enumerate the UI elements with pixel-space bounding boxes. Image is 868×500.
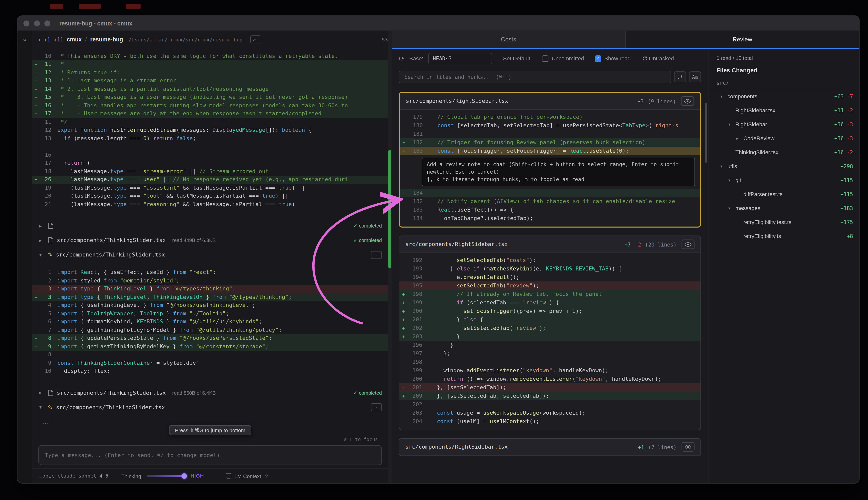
mark-read-eye-button[interactable]: [681, 96, 694, 106]
match-case-toggle-button[interactable]: Aa: [689, 71, 701, 82]
code-line[interactable]: +209 }, [setSelectedTab, selectedTab]);: [399, 392, 701, 400]
diff-card-header[interactable]: src/components/RightSidebar.tsx+7-2(20 l…: [399, 236, 701, 253]
refresh-icon[interactable]: ⟳: [399, 55, 404, 62]
mark-read-eye-button[interactable]: [682, 239, 694, 249]
code-line[interactable]: 182 // Notify parent (AIView) of tab cha…: [400, 197, 700, 206]
tab-review[interactable]: Review: [625, 31, 859, 48]
code-line[interactable]: 203 const usage = useWorkspaceUsage(work…: [399, 409, 701, 417]
file-tree-row[interactable]: retryEligibility.test.ts+175: [708, 215, 859, 229]
tab-costs[interactable]: Costs: [392, 31, 625, 48]
help-icon[interactable]: ?: [265, 473, 268, 479]
code-line[interactable]: 179 // Global tab preference (not per-wo…: [400, 113, 700, 121]
file-tree-row[interactable]: ▾git+115: [708, 173, 859, 187]
message-input[interactable]: [38, 445, 382, 465]
code-line[interactable]: 194 e.preventDefault();: [399, 273, 701, 282]
panel-scrollbar[interactable]: [388, 31, 392, 483]
untracked-filter[interactable]: ∅ Untracked: [643, 55, 674, 61]
diff-card-header[interactable]: src/components/RightSidebar.tsx+1(7 line…: [399, 439, 701, 456]
chat-scroll-area[interactable]: 10 * This ensures DRY - both use the sam…: [32, 48, 388, 424]
mark-read-eye-button[interactable]: [682, 442, 694, 452]
scrollbar-thumb[interactable]: [388, 150, 391, 269]
code-text: const [selectedTab, setSelectedTab] = us…: [431, 122, 678, 129]
code-line[interactable]: +184: [400, 189, 700, 197]
code-line[interactable]: +183 const [focusTrigger, setFocusTrigge…: [400, 147, 700, 155]
code-line[interactable]: 181: [400, 130, 700, 138]
tool-call-row[interactable]: ▸src/components/ThinkingSlider.tsxread 4…: [32, 234, 388, 247]
show-read-toggle[interactable]: Show read: [595, 55, 631, 61]
file-tree-row[interactable]: ▾messages+183: [708, 201, 859, 215]
regex-toggle-button[interactable]: .*: [674, 71, 686, 82]
close-button[interactable]: [23, 20, 30, 26]
search-input[interactable]: [399, 71, 671, 83]
uncommitted-checkbox[interactable]: [542, 55, 549, 61]
workspace-name[interactable]: resume-bug: [90, 36, 123, 43]
tool-call-row[interactable]: ▾✎src/components/ThinkingSlider.tsx⋯: [32, 401, 388, 414]
file-tree-row[interactable]: ▾utils+298: [708, 159, 859, 173]
chevron-down-icon[interactable]: ▾: [720, 164, 727, 168]
code-line[interactable]: 193 } else if (matchesKeybind(e, KEYBIND…: [399, 264, 701, 273]
file-tree-row[interactable]: ▾RightSidebar+36-3: [708, 117, 859, 131]
code-line[interactable]: 199 window.addEventListener("keydown", h…: [399, 366, 701, 375]
set-default-button[interactable]: Set Default: [503, 55, 530, 61]
code-line[interactable]: 183 React.useEffect(() => {: [400, 206, 700, 214]
minimize-button[interactable]: [34, 20, 40, 26]
show-read-checkbox[interactable]: [595, 55, 601, 61]
jump-to-bottom-button[interactable]: Press ⇧⌘G to jump to bottom: [169, 425, 251, 435]
code-line[interactable]: 204 const [use1M] = use1MContext();: [399, 417, 701, 425]
base-ref-input[interactable]: [428, 53, 492, 64]
menubar-artifact: [50, 4, 63, 9]
code-line[interactable]: -201 }, [setSelectedTab]);: [399, 383, 701, 392]
file-tree-row[interactable]: ▾components+63-7: [708, 89, 859, 103]
chevron-down-icon[interactable]: ▾: [39, 252, 44, 257]
code-line[interactable]: 197 };: [399, 349, 701, 358]
chevron-down-icon[interactable]: ▾: [728, 206, 735, 210]
terminal-button[interactable]: >_: [250, 35, 261, 43]
file-tree-row[interactable]: retryEligibility.ts+8: [708, 229, 859, 243]
expand-button[interactable]: ⋯: [371, 403, 382, 411]
code-line[interactable]: 192 setSelectedTab("costs");: [399, 256, 701, 264]
collapse-sidebar-icon[interactable]: »: [23, 36, 26, 43]
code-line[interactable]: +201 } else {: [399, 315, 701, 324]
diff-card-header[interactable]: src/components/RightSidebar.tsx+3(9 line…: [400, 93, 700, 110]
chevron-down-icon[interactable]: ▾: [39, 405, 44, 410]
chevron-down-icon[interactable]: ▾: [720, 94, 727, 99]
chevron-right-icon[interactable]: ▸: [39, 238, 44, 243]
code-line[interactable]: +198 // If already on Review tab, focus …: [399, 290, 701, 298]
file-name: RightSidebar: [735, 121, 767, 127]
code-line[interactable]: 184 onTabChange?.(selectedTab);: [400, 214, 700, 223]
tool-call-row[interactable]: ▾✎src/components/ThinkingSlider.tsx⋯: [32, 248, 388, 261]
code-line[interactable]: -195 setSelectedTab("review");: [399, 282, 701, 290]
diff-scrollbar-thumb[interactable]: [705, 103, 707, 163]
file-tree-row[interactable]: ThinkingSlider.tsx+16-2: [708, 145, 859, 159]
thinking-slider[interactable]: [147, 475, 186, 477]
chevron-right-icon[interactable]: ▸: [39, 390, 44, 395]
project-name[interactable]: cmux: [67, 36, 82, 43]
chevron-down-icon[interactable]: ▾: [728, 178, 735, 182]
zoom-button[interactable]: [44, 20, 50, 26]
file-tree-row[interactable]: ▸CodeReview+36-3: [708, 131, 859, 145]
context-1m-checkbox[interactable]: [226, 473, 231, 479]
code-line[interactable]: +199 if (selectedTab === "review") {: [399, 298, 701, 307]
code-line[interactable]: +200 setFocusTrigger((prev) => prev + 1)…: [399, 307, 701, 315]
code-line[interactable]: 180 const [selectedTab, setSelectedTab] …: [400, 121, 700, 130]
review-note-input[interactable]: Add a review note to chat (Shift-click +…: [422, 158, 695, 186]
code-line[interactable]: 202: [399, 400, 701, 409]
code-line[interactable]: 200 return () => window.removeEventListe…: [399, 375, 701, 383]
chevron-down-icon[interactable]: ▾: [728, 122, 735, 126]
code-line[interactable]: 198: [399, 358, 701, 366]
file-tree-row[interactable]: diffParser.test.ts+115: [708, 187, 859, 201]
code-line[interactable]: +202 setSelectedTab("review");: [399, 324, 701, 332]
model-name[interactable]: …opic:claude-sonnet-4-5: [39, 473, 108, 479]
file-tree-row[interactable]: RightSidebar.tsx+11-2: [708, 103, 859, 117]
slider-knob-icon[interactable]: [181, 473, 187, 479]
chevron-right-icon[interactable]: ▸: [736, 136, 743, 140]
code-line[interactable]: 196 }: [399, 341, 701, 349]
code-line[interactable]: +203 }: [399, 332, 701, 341]
uncommitted-toggle[interactable]: Uncommitted: [542, 55, 584, 61]
code-line[interactable]: +182 // Trigger for focusing Review pane…: [400, 138, 700, 147]
chevron-right-icon[interactable]: ▸: [39, 223, 44, 228]
tool-call-row[interactable]: ▸✓ completed: [32, 219, 388, 232]
expand-button[interactable]: ⋯: [371, 251, 382, 259]
commits-behind: ↓11: [54, 36, 63, 43]
tool-call-row[interactable]: ▸src/components/ThinkingSlider.tsxread 8…: [32, 386, 388, 399]
